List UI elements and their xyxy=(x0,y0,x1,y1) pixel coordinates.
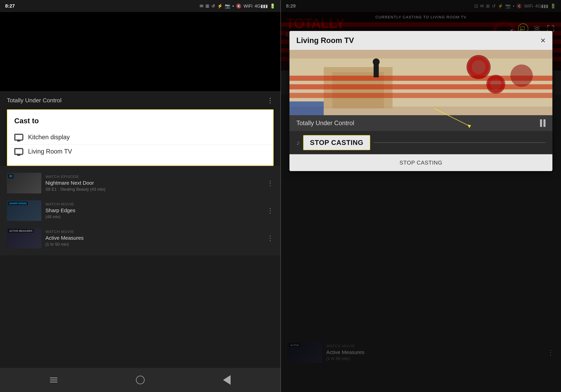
svg-rect-0 xyxy=(15,135,23,140)
modal-header: Living Room TV × xyxy=(290,31,552,50)
stop-casting-bottom[interactable]: STOP CASTING xyxy=(290,154,552,171)
active-name: Active Measures xyxy=(45,235,263,241)
battery-icon: 🔋 xyxy=(270,3,275,9)
nightmare-sub: S8 E1 · Stealing Beauty (43 min) xyxy=(45,187,263,192)
active-thumb: ACTIVE MEASURES xyxy=(7,228,41,248)
svg-rect-3 xyxy=(15,149,23,154)
recents-button[interactable] xyxy=(47,373,61,387)
cast-dialog-title: Cast to xyxy=(14,117,266,125)
living-room-tv-label: Living Room TV xyxy=(28,148,72,155)
svg-rect-29 xyxy=(290,93,552,98)
active-more-icon[interactable]: ⋮ xyxy=(267,234,274,242)
modal-playback-row: Totally Under Control xyxy=(290,115,552,131)
modal-pause-bar-left xyxy=(540,119,542,127)
home-icon xyxy=(136,376,145,384)
cast-device-kitchen[interactable]: Kitchen display xyxy=(14,130,266,144)
list-item[interactable]: ACTIVE MEASURES WATCH MOVIE Active Measu… xyxy=(0,224,280,252)
signal-icon: 4G▮▮▮ xyxy=(255,3,268,9)
sharp-tag: WATCH MOVIE xyxy=(45,202,263,206)
nightmare-tag: WATCH EPISODE xyxy=(45,175,263,179)
black-top-area xyxy=(0,12,280,91)
kitchen-display-label: Kitchen display xyxy=(28,134,70,141)
left-phone-panel: 8:27 ✉ ⊞ ↺ ⚡ 📷 • 🔇 WiFi 4G▮▮▮ 🔋 Totally … xyxy=(0,0,280,392)
msg-icon: ✉ xyxy=(200,3,203,9)
thumb-label: ID xyxy=(8,174,13,178)
nav-bar-line xyxy=(50,380,57,380)
active-thumb-label: ACTIVE MEASURES xyxy=(8,229,33,233)
nav-bar-line xyxy=(50,382,57,382)
active-sub: (1 hr 50 min) xyxy=(45,242,263,247)
modal-title: Living Room TV xyxy=(296,36,354,45)
sharp-name: Sharp Edges xyxy=(45,207,263,213)
active-tag: WATCH MOVIE xyxy=(45,229,263,234)
back-icon xyxy=(223,375,231,385)
movie-title: Totally Under Control xyxy=(7,97,267,104)
left-nav-bar xyxy=(0,368,280,392)
music-note-icon: ♪ xyxy=(296,139,300,146)
bolt-icon: ⚡ xyxy=(217,3,223,9)
stop-casting-bottom-label: STOP CASTING xyxy=(399,160,442,166)
svg-rect-30 xyxy=(374,64,379,77)
playback-title: Totally Under Control xyxy=(296,120,354,127)
recents-icon xyxy=(50,378,57,382)
more-options-icon[interactable]: ⋮ xyxy=(267,96,274,104)
svg-rect-37 xyxy=(290,102,324,115)
back-button[interactable] xyxy=(220,373,234,387)
tv-icon-living-room xyxy=(14,148,23,155)
list-item[interactable]: ID WATCH EPISODE Nightmare Next Door S8 … xyxy=(0,169,280,197)
wifi-icon: WiFi xyxy=(244,3,252,9)
active-info: WATCH MOVIE Active Measures (1 hr 50 min… xyxy=(45,229,263,247)
sharp-more-icon[interactable]: ⋮ xyxy=(267,207,274,215)
mute-icon: 🔇 xyxy=(236,3,241,9)
poster-art xyxy=(290,50,552,115)
modal-thumbnail xyxy=(290,50,552,115)
modal-pause-bar-right xyxy=(543,119,546,127)
left-content: Totally Under Control ⋮ Cast to Kitchen … xyxy=(0,12,280,368)
progress-line xyxy=(374,142,546,143)
list-item[interactable]: SHARP EDGES WATCH MOVIE Sharp Edges (48 … xyxy=(0,197,280,224)
svg-rect-28 xyxy=(290,84,552,89)
left-status-icons: ✉ ⊞ ↺ ⚡ 📷 • 🔇 WiFi 4G▮▮▮ 🔋 xyxy=(200,3,275,9)
sharp-sub: (48 min) xyxy=(45,214,263,219)
sharp-info: WATCH MOVIE Sharp Edges (48 min) xyxy=(45,202,263,219)
nightmare-info: WATCH EPISODE Nightmare Next Door S8 E1 … xyxy=(45,175,263,192)
left-list-area: ID WATCH EPISODE Nightmare Next Door S8 … xyxy=(0,166,280,255)
replay-icon: ↺ xyxy=(211,3,215,9)
svg-point-31 xyxy=(373,58,380,65)
camera-icon: 📷 xyxy=(225,3,230,9)
svg-point-34 xyxy=(510,64,533,87)
left-status-bar: 8:27 ✉ ⊞ ↺ ⚡ 📷 • 🔇 WiFi 4G▮▮▮ 🔋 xyxy=(0,0,280,12)
left-status-time: 8:27 xyxy=(5,3,15,9)
nightmare-thumb: ID xyxy=(7,173,41,193)
stop-casting-inner-row: ♪ STOP CASTING xyxy=(290,131,552,154)
movie-title-row: Totally Under Control ⋮ xyxy=(0,91,280,109)
nav-bar-line xyxy=(50,378,57,378)
modal-close-button[interactable]: × xyxy=(540,36,546,45)
nightmare-more-icon[interactable]: ⋮ xyxy=(267,179,274,187)
modal-pause-button[interactable] xyxy=(540,119,546,127)
nightmare-name: Nightmare Next Door xyxy=(45,180,263,186)
cast-device-living-room[interactable]: Living Room TV xyxy=(14,144,266,158)
home-button[interactable] xyxy=(133,373,147,387)
sharp-thumb-label: SHARP EDGES xyxy=(8,202,28,205)
tv-icon-kitchen xyxy=(14,134,23,141)
cast-dialog: Cast to Kitchen display xyxy=(7,109,274,166)
right-phone-panel: 8:29 ⊡ ✉ ⊞ ↺ ⚡ 📷 • 🔇 WiFi 4G▮▮▮ 🔋 xyxy=(280,0,561,392)
stop-casting-button[interactable]: STOP CASTING xyxy=(303,135,370,150)
casting-modal: Living Room TV × xyxy=(290,31,552,171)
img-icon: ⊞ xyxy=(205,3,209,9)
dot-icon: • xyxy=(232,3,234,9)
sharp-thumb: SHARP EDGES xyxy=(7,200,41,221)
